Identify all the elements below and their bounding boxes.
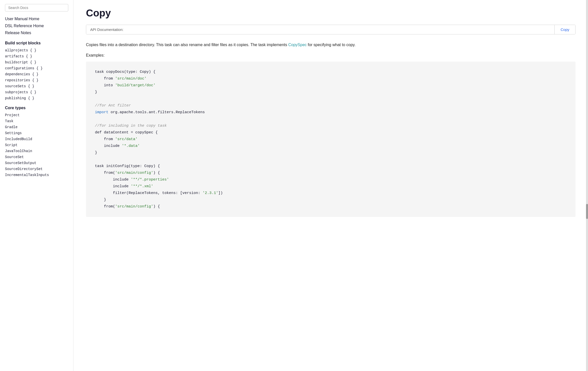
code-line-16: filter(ReplaceTokens, tokens: [version: … (95, 190, 567, 196)
search-container (5, 4, 68, 11)
api-doc-label: API Documentation: (86, 25, 554, 34)
sidebar-item-allprojects[interactable]: allprojects { } (5, 47, 68, 53)
code-line-1: task copyDocs(type: Copy) { (95, 69, 567, 75)
sidebar-item-publishing[interactable]: publishing { } (5, 95, 68, 101)
page-title: Copy (86, 7, 576, 19)
scrollbar-thumb[interactable] (586, 204, 588, 219)
code-line-7: //for including in the copy task (95, 122, 567, 129)
sidebar-item-repositories[interactable]: repositories { } (5, 77, 68, 83)
sidebar-item-includedbuild[interactable]: IncludedBuild (5, 136, 68, 142)
sidebar: User Manual Home DSL Reference Home Rele… (0, 0, 74, 371)
scrollbar[interactable] (586, 0, 588, 371)
code-line-10: include '*.data' (95, 143, 567, 149)
core-types-section-title: Core types (5, 106, 68, 110)
sidebar-item-artifacts[interactable]: artifacts { } (5, 53, 68, 59)
sidebar-item-dependencies[interactable]: dependencies { } (5, 71, 68, 77)
code-line-2: from 'src/main/doc' (95, 75, 567, 82)
code-line-12: task initConfig(type: Copy) { (95, 163, 567, 170)
sidebar-item-sourcedirectoryset[interactable]: SourceDirectorySet (5, 166, 68, 172)
code-line-3: into 'build/target/doc' (95, 82, 567, 89)
sidebar-item-script[interactable]: Script (5, 142, 68, 148)
sidebar-item-buildscript[interactable]: buildscript { } (5, 59, 68, 65)
copyspec-link[interactable]: CopySpec (288, 43, 307, 47)
code-line-15: include '**/*.xml' (95, 183, 567, 190)
code-line-17: } (95, 196, 567, 203)
sidebar-item-incrementaltaskinputs[interactable]: IncrementalTaskInputs (5, 172, 68, 178)
sidebar-item-sourcesetoutput[interactable]: SourceSetOutput (5, 160, 68, 166)
examples-label: Examples: (86, 53, 576, 58)
sidebar-item-settings[interactable]: Settings (5, 130, 68, 136)
api-doc-bar: API Documentation: Copy (86, 25, 576, 34)
search-input[interactable] (5, 4, 68, 11)
code-line-9: from 'src/data' (95, 136, 567, 143)
sidebar-item-user-manual-home[interactable]: User Manual Home (5, 15, 68, 22)
sidebar-item-dsl-reference-home[interactable]: DSL Reference Home (5, 22, 68, 29)
sidebar-item-configurations[interactable]: configurations { } (5, 65, 68, 71)
code-line-11: } (95, 149, 567, 156)
sidebar-item-release-notes[interactable]: Release Notes (5, 29, 68, 36)
sidebar-item-javatoolchain[interactable]: JavaToolChain (5, 148, 68, 154)
sidebar-item-sourcesets[interactable]: sourceSets { } (5, 83, 68, 89)
code-line-8: def dataContent = copySpec { (95, 129, 567, 136)
description-text: Copies files into a destination director… (86, 43, 287, 47)
sidebar-item-sourceset[interactable]: SourceSet (5, 154, 68, 160)
code-block: task copyDocs(type: Copy) { from 'src/ma… (86, 62, 576, 217)
api-doc-link[interactable]: Copy (554, 25, 575, 34)
code-line-14: include '**/*.properties' (95, 176, 567, 183)
sidebar-item-task[interactable]: Task (5, 118, 68, 124)
code-line-4: } (95, 89, 567, 95)
main-content: Copy API Documentation: Copy Copies file… (74, 0, 588, 371)
build-script-section-title: Build script blocks (5, 41, 68, 45)
code-line-6: import org.apache.tools.ant.filters.Repl… (95, 109, 567, 116)
code-line-13: from('src/main/config') { (95, 170, 567, 176)
code-line-5: //for Ant filter (95, 102, 567, 109)
code-line-18: from('src/main/config') { (95, 203, 567, 210)
sidebar-item-project[interactable]: Project (5, 112, 68, 118)
description-suffix-text: for specifying what to copy. (308, 43, 356, 47)
sidebar-item-gradle[interactable]: Gradle (5, 124, 68, 130)
description: Copies files into a destination director… (86, 41, 576, 48)
sidebar-item-subprojects[interactable]: subprojects { } (5, 89, 68, 95)
